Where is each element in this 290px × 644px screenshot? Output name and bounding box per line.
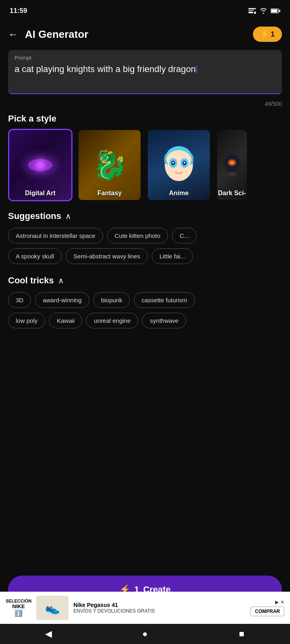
prompt-container[interactable]: Prompt a cat playing knights with a big … [8, 50, 282, 94]
prompt-text[interactable]: a cat playing knights with a big friendl… [14, 63, 276, 76]
style-card-anime[interactable]: Anime [147, 129, 211, 201]
prompt-cursor [196, 65, 197, 74]
trick-chip-7[interactable]: unreal engine [86, 313, 138, 328]
svg-point-9 [172, 162, 174, 163]
wifi-icon [259, 8, 267, 14]
prompt-label: Prompt [14, 55, 276, 61]
nav-back-button[interactable]: ◀ [36, 626, 60, 642]
style-card-fantasy[interactable]: 🐉 Fantasy [77, 129, 142, 201]
style-card-label-fantasy: Fantasy [79, 190, 141, 197]
ad-product-name: Nike Pegasus 41 [73, 602, 246, 608]
suggestion-chip-2[interactable]: Cute kitten photo [107, 228, 168, 244]
ad-brand: SELECCIÓN NIKE ℹ️ [6, 599, 31, 617]
cool-tricks-chevron-icon[interactable]: ∧ [58, 276, 64, 285]
anime-face-svg [161, 143, 197, 187]
suggestions-chevron-icon[interactable]: ∧ [65, 211, 71, 221]
ad-brand-line2: NIKE [6, 603, 31, 609]
style-card-dark-scifi[interactable]: Dark Sci- [216, 129, 248, 201]
prompt-count: 49/500 [8, 101, 282, 107]
back-button[interactable]: ← [8, 28, 19, 41]
cool-tricks-header: Cool tricks ∧ [0, 269, 290, 292]
credit-count: 1 [271, 30, 275, 39]
trick-chip-8[interactable]: synthwave [142, 313, 186, 328]
suggestion-chip-6[interactable]: Little fai... [152, 248, 193, 264]
header: ← AI Generator ⚡ 1 [0, 20, 290, 50]
cool-tricks-chips-row-2: low poly Kawaii unreal engine synthwave [0, 313, 290, 333]
svg-point-14 [230, 161, 234, 164]
style-card-label-anime: Anime [148, 190, 210, 197]
style-card-label-dark-scifi: Dark Sci- [217, 190, 247, 197]
trick-chip-1[interactable]: 3D [8, 292, 31, 308]
suggestion-chip-5[interactable]: Semi-abstract wavy lines [66, 248, 148, 264]
suggestions-header: Suggestions ∧ [0, 208, 290, 228]
page-title: AI Generator [25, 28, 89, 41]
suggestion-chip-3[interactable]: C... [172, 228, 197, 244]
nav-home-button[interactable]: ● [133, 626, 157, 642]
trick-chip-6[interactable]: Kawaii [49, 313, 82, 328]
suggestion-chip-4[interactable]: A spooky skull [8, 248, 62, 264]
header-left: ← AI Generator [8, 28, 89, 41]
svg-rect-2 [271, 9, 277, 12]
credit-badge[interactable]: ⚡ 1 [253, 27, 282, 42]
ad-cta-button[interactable]: COMPRAR [251, 607, 284, 616]
cool-tricks-title: Cool tricks [8, 275, 54, 286]
trick-chip-2[interactable]: award-winning [35, 292, 89, 308]
battery-icon [271, 8, 280, 14]
svg-rect-15 [228, 172, 236, 176]
status-icons [248, 8, 280, 14]
ad-text: Nike Pegasus 41 ENVÍOS Y DEVOLUCIONES GR… [73, 602, 246, 614]
ad-play-icon[interactable]: ▶ [275, 599, 279, 605]
trick-chip-4[interactable]: cassette futurism [134, 292, 195, 308]
nav-bar: ◀ ● ■ [0, 624, 290, 644]
ad-icons: ▶ ✕ [275, 599, 284, 605]
scifi-helmet-svg [220, 149, 244, 181]
svg-point-10 [184, 162, 185, 163]
lightning-icon: ⚡ [260, 30, 269, 39]
cast-icon [248, 8, 256, 14]
style-picker: Digital Art 🐉 Fantasy Anime [0, 129, 290, 208]
ad-cta-wrap: ▶ ✕ COMPRAR [251, 599, 284, 616]
cool-tricks-chips-row-1: 3D award-winning biopunk cassette futuri… [0, 292, 290, 313]
status-bar: 11:59 [0, 0, 290, 20]
status-time: 11:59 [10, 7, 27, 15]
ad-product-image: 👟 [36, 596, 68, 620]
style-section-title: Pick a style [0, 107, 290, 129]
ad-tagline: ENVÍOS Y DEVOLUCIONES GRATIS [73, 608, 246, 614]
suggestions-chips-row-2: A spooky skull Semi-abstract wavy lines … [0, 248, 290, 269]
style-card-digital-art[interactable]: Digital Art [8, 129, 72, 201]
trick-chip-5[interactable]: low poly [8, 313, 45, 328]
style-card-label-digital-art: Digital Art [9, 190, 71, 197]
svg-rect-3 [279, 10, 280, 12]
nav-recent-button[interactable]: ■ [230, 626, 254, 642]
suggestion-chip-1[interactable]: Astronaut in interstellar space [8, 228, 103, 244]
ad-brand-line1: SELECCIÓN [6, 599, 31, 603]
suggestions-chips-row-1: Astronaut in interstellar space Cute kit… [0, 228, 290, 248]
trick-chip-3[interactable]: biopunk [93, 292, 130, 308]
svg-rect-0 [254, 12, 256, 14]
ad-info-icon[interactable]: ℹ️ [6, 609, 31, 617]
ad-banner: SELECCIÓN NIKE ℹ️ 👟 Nike Pegasus 41 ENVÍ… [0, 592, 290, 624]
suggestions-title: Suggestions [8, 211, 61, 221]
prompt-value: a cat playing knights with a big friendl… [14, 64, 196, 74]
ad-close-icon[interactable]: ✕ [280, 599, 284, 605]
